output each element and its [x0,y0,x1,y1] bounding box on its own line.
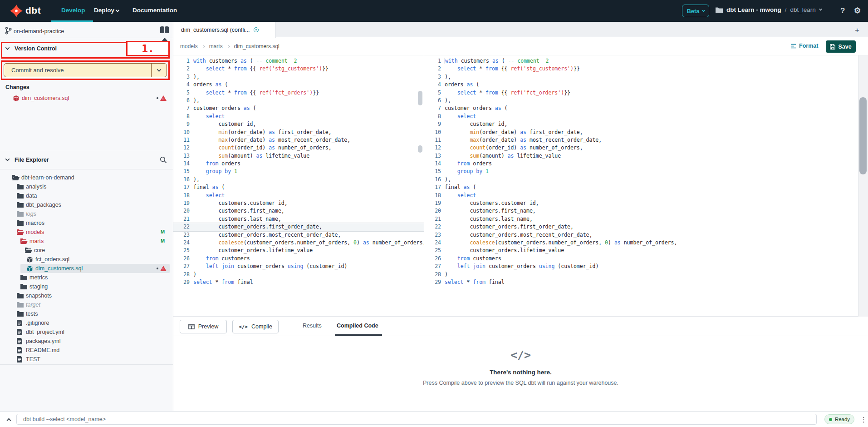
code-line-5[interactable]: 5 select * from {{ ref('fct_orders')}} [173,89,424,97]
code-line-7[interactable]: 7customer_orders as ( [425,104,858,112]
dbt-logo-icon[interactable] [10,5,23,17]
code-line-21[interactable]: 21 customers.last_name, [425,215,858,223]
code-line-5[interactable]: 5 select * from {{ ref('fct_orders')}} [425,89,858,97]
code-line-29[interactable]: 29select * from final [425,278,858,286]
code-line-16[interactable]: 16), [425,176,858,184]
code-line-28[interactable]: 28) [425,271,858,278]
tree-item-metrics[interactable]: metrics [0,273,172,282]
nav-deploy[interactable]: Deploy [94,7,119,14]
code-line-14[interactable]: 14 from orders [173,160,424,168]
tree-item--gitignore[interactable]: .gitignore [0,318,172,328]
kebab-menu-icon[interactable]: ⋮ [860,416,867,424]
code-pane-right[interactable]: 1with customers as ( -- comment 22 selec… [425,55,858,317]
code-line-13[interactable]: 13 sum(amount) as lifetime_value [173,152,424,160]
code-line-23[interactable]: 23 customer_orders.most_recent_order_dat… [173,231,424,239]
account-switcher[interactable]: dbt Learn - mwong / dbt_learn [716,6,822,13]
beta-dropdown[interactable]: Beta [682,5,709,17]
breadcrumb-marts[interactable]: marts [209,43,223,50]
code-line-7[interactable]: 7customer_orders as ( [173,104,424,112]
code-pane-left[interactable]: 1with customers as ( -- comment 22 selec… [173,55,424,317]
tree-item-macros[interactable]: macros [0,218,172,228]
tree-item-readme-md[interactable]: README.md [0,346,172,355]
code-line-20[interactable]: 20 customers.first_name, [425,207,858,215]
settings-gear-icon[interactable]: ⚙ [854,6,861,15]
code-line-16[interactable]: 16), [173,176,424,184]
code-line-11[interactable]: 11 max(order_date) as most_recent_order_… [425,136,858,144]
code-line-22[interactable]: 22 customer_orders.first_order_date, [173,223,424,231]
code-line-10[interactable]: 10 min(order_date) as first_order_date, [173,129,424,136]
code-line-6[interactable]: 6), [173,97,424,104]
tree-item-logs[interactable]: logs [0,209,172,218]
code-line-4[interactable]: 4orders as ( [425,81,858,89]
nav-documentation[interactable]: Documentation [132,7,177,14]
code-line-15[interactable]: 15 group by 1 [173,168,424,175]
code-line-3[interactable]: 3), [425,73,858,81]
code-line-9[interactable]: 9 customer_id, [173,120,424,128]
code-line-26[interactable]: 26 from customers [173,255,424,263]
code-line-2[interactable]: 2 select * from {{ ref('stg_customers')}… [425,65,858,73]
nav-develop[interactable]: Develop [61,7,85,14]
command-input[interactable]: dbt build --select <model_name> [16,414,817,425]
code-line-13[interactable]: 13 sum(amount) as lifetime_value [425,152,858,160]
code-line-12[interactable]: 12 count(order_id) as number_of_orders, [173,144,424,152]
tree-item-core[interactable]: core [0,246,172,255]
code-line-18[interactable]: 18 select [173,192,424,199]
help-icon[interactable]: ? [840,6,845,15]
tab-results[interactable]: Results [303,323,322,329]
tree-item-dbt-packages[interactable]: dbt_packages [0,200,172,209]
code-line-1[interactable]: 1with customers as ( -- comment 2 [173,57,424,65]
code-line-9[interactable]: 9 customer_id, [425,120,858,128]
code-line-17[interactable]: 17final as ( [173,184,424,191]
tree-item-tests[interactable]: tests [0,309,172,318]
code-line-22[interactable]: 22 customer_orders.first_order_date, [425,223,858,231]
code-line-28[interactable]: 28) [173,271,424,278]
code-line-8[interactable]: 8 select [173,113,424,120]
code-line-11[interactable]: 11 max(order_date) as most_recent_order_… [173,136,424,144]
code-line-1[interactable]: 1with customers as ( -- comment 2 [425,57,858,65]
breadcrumb-file[interactable]: dim_customers.sql [234,43,280,50]
code-line-29[interactable]: 29select * from final [173,278,424,286]
compile-button[interactable]: </> Compile [232,320,279,333]
code-line-25[interactable]: 25 customer_orders.lifetime_value [173,247,424,254]
collapse-chevron-up-icon[interactable] [7,418,11,423]
code-line-19[interactable]: 19 customers.customer_id, [173,199,424,207]
new-tab-plus-icon[interactable]: + [855,26,859,35]
tree-item-marts[interactable]: martsM [0,237,172,246]
code-line-24[interactable]: 24 coalesce(customer_orders.number_of_or… [173,239,424,247]
code-line-8[interactable]: 8 select [425,113,858,120]
tree-item-test[interactable]: TEST [0,355,172,364]
save-button[interactable]: Save [826,40,856,53]
tab-dim-customers[interactable]: dim_customers.sql (confli... [173,22,276,38]
tree-item-analysis[interactable]: analysis [0,182,172,191]
tree-item-snapshots[interactable]: snapshots [0,291,172,300]
code-line-2[interactable]: 2 select * from {{ ref('stg_customers')}… [173,65,424,73]
right-scrollbar-thumb[interactable] [859,97,867,174]
code-line-25[interactable]: 25 customer_orders.lifetime_value [425,247,858,254]
code-line-27[interactable]: 27 left join customer_orders using (cust… [173,263,424,270]
right-scrollbar-track[interactable] [858,55,868,317]
tree-item-packages-yml[interactable]: packages.yml [0,337,172,346]
code-line-27[interactable]: 27 left join customer_orders using (cust… [425,263,858,270]
code-line-21[interactable]: 21 customers.last_name, [173,215,424,223]
tree-item-dbt-learn-on-demand[interactable]: dbt-learn-on-demand [0,173,172,182]
tree-item-target[interactable]: target [0,300,172,309]
format-button[interactable]: Format [790,43,818,49]
code-line-3[interactable]: 3), [173,73,424,81]
code-line-23[interactable]: 23 customer_orders.most_recent_order_dat… [425,231,858,239]
tree-item-dim-customers-sql[interactable]: dim_customers.sql [0,264,172,273]
code-line-12[interactable]: 12 count(order_id) as number_of_orders, [425,144,858,152]
code-line-4[interactable]: 4orders as ( [173,81,424,89]
code-line-14[interactable]: 14 from orders [425,160,858,168]
code-line-19[interactable]: 19 customers.customer_id, [425,199,858,207]
breadcrumb-models[interactable]: models [180,43,198,50]
tree-item-staging[interactable]: staging [0,282,172,291]
code-line-15[interactable]: 15 group by 1 [425,168,858,175]
code-line-17[interactable]: 17final as ( [425,184,858,191]
tree-item-data[interactable]: data [0,191,172,200]
code-line-26[interactable]: 26 from customers [425,255,858,263]
preview-button[interactable]: Preview [180,320,227,333]
left-pane-scrollbar-thumb[interactable] [418,91,422,105]
code-line-20[interactable]: 20 customers.first_name, [173,207,424,215]
code-line-6[interactable]: 6), [425,97,858,104]
tree-item-fct-orders-sql[interactable]: fct_orders.sql [0,255,172,264]
